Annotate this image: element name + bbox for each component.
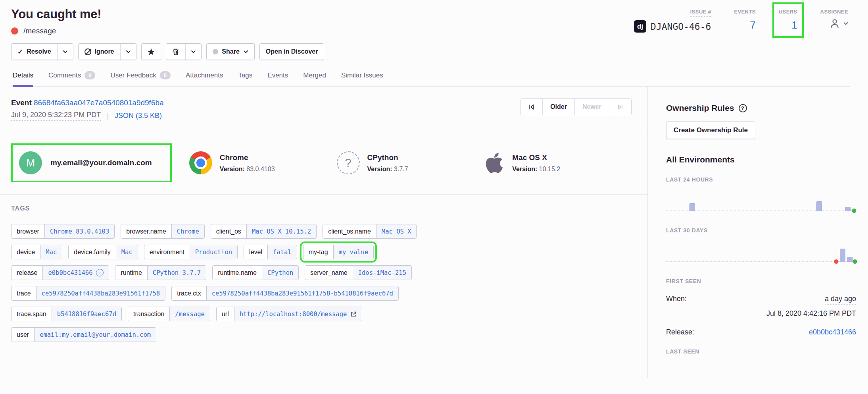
person-icon [829, 17, 841, 29]
tag-key: level [244, 245, 267, 259]
ignore-button[interactable]: Ignore [79, 44, 120, 60]
tag-value-link[interactable]: ce5978250aff4438ba283e91561f1758 [36, 286, 165, 300]
tab-similar-issues[interactable]: Similar Issues [341, 71, 383, 86]
oldest-event-button[interactable] [520, 99, 542, 115]
tag-value-link[interactable]: my value [333, 245, 374, 259]
share-button[interactable]: Share [207, 44, 254, 60]
ignore-dropdown-button[interactable] [120, 44, 136, 60]
tag-pill-runtime-name: runtime.name CPython [212, 265, 299, 280]
context-card-browser: Chrome Version: 83.0.4103 [189, 151, 337, 174]
last-30-days-sparkline [666, 235, 856, 266]
tag-key: runtime [115, 266, 147, 280]
tag-value-link[interactable]: e0b0bc431466 i [42, 266, 109, 280]
tag-key: transaction [128, 307, 169, 321]
tab-comments[interactable]: Comments 0 [48, 71, 95, 86]
tag-value-link[interactable]: Chrome [171, 224, 204, 238]
skip-to-latest-button[interactable] [609, 99, 631, 115]
chevron-down-icon [63, 50, 68, 53]
environments-heading: All Environments [666, 155, 856, 164]
ownership-rules-heading: Ownership Rules [666, 103, 734, 113]
red-status-dot [834, 259, 839, 264]
django-project-icon: dj [634, 20, 646, 33]
delete-button[interactable] [166, 44, 185, 60]
tag-pill-client-os: client_os Mac OS X 10.15.2 [211, 224, 317, 239]
tag-value-link[interactable]: /message [169, 307, 210, 321]
event-json-link[interactable]: JSON (3.5 KB) [115, 112, 162, 120]
context-card-runtime: ? CPython Version: 3.7.7 [337, 151, 484, 174]
context-card-user: M my.email@your.domain.com [11, 143, 172, 182]
assignee-dropdown[interactable] [829, 17, 848, 29]
tag-value-link[interactable]: ce5978250aff4438ba283e91561f1758-b541881… [206, 286, 398, 300]
create-ownership-rule-button[interactable]: Create Ownership Rule [666, 122, 755, 139]
info-icon[interactable]: i [96, 269, 104, 276]
tag-pill-trace-ctx: trace.ctx ce5978250aff4438ba283e91561f17… [171, 286, 399, 301]
context-card-os: Mac OS X Version: 10.15.2 [484, 151, 632, 174]
tag-value-link[interactable]: email:my.email@your.domain.com [34, 328, 156, 342]
help-icon[interactable]: ? [739, 104, 747, 112]
event-context-summary: M my.email@your.domain.com Chrome Versio… [0, 132, 647, 195]
tag-value-link[interactable]: fatal [267, 245, 297, 259]
issue-sidebar: Ownership Rules ? Create Ownership Rule … [648, 87, 868, 378]
tag-value-link[interactable]: http://localhost:8000/message [234, 307, 362, 321]
page-title: You caught me! [11, 7, 101, 21]
tab-user-feedback[interactable]: User Feedback 0 [110, 71, 171, 86]
event-id-link[interactable]: 86684fa63aa047e7a0540801a9d9f6ba [34, 98, 164, 107]
event-pagination: Older Newer [520, 98, 632, 115]
external-link-icon[interactable] [350, 311, 357, 317]
stat-assignee: ASSIGNEE [820, 9, 848, 29]
tag-key: browser [12, 224, 44, 238]
trash-icon [172, 48, 179, 56]
tag-value-link[interactable]: Mac [116, 245, 138, 259]
chevron-down-icon [843, 22, 848, 25]
resolve-button[interactable]: ✓ Resolve [12, 44, 57, 60]
tag-value-link[interactable]: CPython 3.7.7 [147, 266, 206, 280]
tag-value-link[interactable]: Idos-iMac-215 [353, 266, 411, 280]
tag-pill-device: device Mac [11, 245, 62, 259]
issue-number-label: ISSUE # [690, 9, 711, 17]
tab-tags[interactable]: Tags [238, 71, 252, 86]
bookmark-button[interactable]: ★ [142, 44, 161, 60]
event-id-block: Event 86684fa63aa047e7a0540801a9d9f6ba J… [11, 98, 164, 121]
tab-attachments[interactable]: Attachments [186, 71, 223, 86]
tag-pill-client-os-name: client_os.name Mac OS X [323, 224, 417, 239]
when-label: When: [666, 295, 687, 305]
version-label: Version: [512, 166, 537, 172]
tag-pill-trace: trace ce5978250aff4438ba283e91561f1758 [11, 286, 165, 301]
issue-stats: ISSUE # dj DJANGO-46-6 EVENTS 7 USERS 1 … [634, 7, 848, 33]
tag-pill-level: level fatal [244, 245, 297, 259]
users-count-link[interactable]: 1 [791, 19, 797, 31]
action-toolbar: ✓ Resolve Ignore ★ [11, 43, 851, 60]
tag-value-link[interactable]: CPython [262, 266, 298, 280]
tag-pill-browser: browser Chrome 83.0.4103 [11, 224, 115, 239]
tag-value-link[interactable]: Chrome 83.0.4103 [44, 224, 114, 238]
older-event-button[interactable]: Older [542, 99, 574, 115]
spark-bar [816, 201, 822, 211]
tag-pill-url: url http://localhost:8000/message [216, 307, 362, 321]
delete-dropdown-button[interactable] [185, 44, 201, 60]
event-timestamp: Jul 9, 2020 5:32:23 PM PDT [11, 111, 101, 121]
newer-event-button[interactable]: Newer [574, 99, 609, 115]
spark-bar [845, 207, 851, 211]
tag-value-link[interactable]: Mac OS X 10.15.2 [246, 224, 316, 238]
tag-list: browser Chrome 83.0.4103 browser.name Ch… [11, 224, 471, 342]
os-name: Mac OS X [512, 153, 560, 162]
resolve-dropdown-button[interactable] [57, 44, 73, 60]
events-count-link[interactable]: 7 [750, 19, 755, 31]
tag-value-link[interactable]: Mac OS X [376, 224, 417, 238]
tag-pill-my-tag: my-tag my value [303, 245, 374, 259]
spark-bar [840, 249, 845, 262]
tag-value-link[interactable]: b5418816f9aec67d [52, 307, 121, 321]
green-status-dot [853, 259, 857, 264]
last-seen-heading: LAST SEEN [666, 348, 856, 355]
first-seen-release-link[interactable]: e0b0bc431466 [809, 328, 856, 336]
tag-key: trace [12, 286, 36, 300]
open-in-discover-button[interactable]: Open in Discover [260, 44, 324, 60]
tab-merged[interactable]: Merged [303, 71, 326, 86]
tag-value-link[interactable]: Production [190, 245, 237, 259]
tag-value-link[interactable]: Mac [40, 245, 62, 259]
tag-pill-device-family: device.family Mac [68, 245, 138, 259]
stat-users: USERS 1 [779, 9, 797, 31]
tab-details[interactable]: Details [13, 71, 33, 86]
tab-events[interactable]: Events [267, 71, 288, 86]
issue-title-block: You caught me! /message [11, 7, 101, 35]
